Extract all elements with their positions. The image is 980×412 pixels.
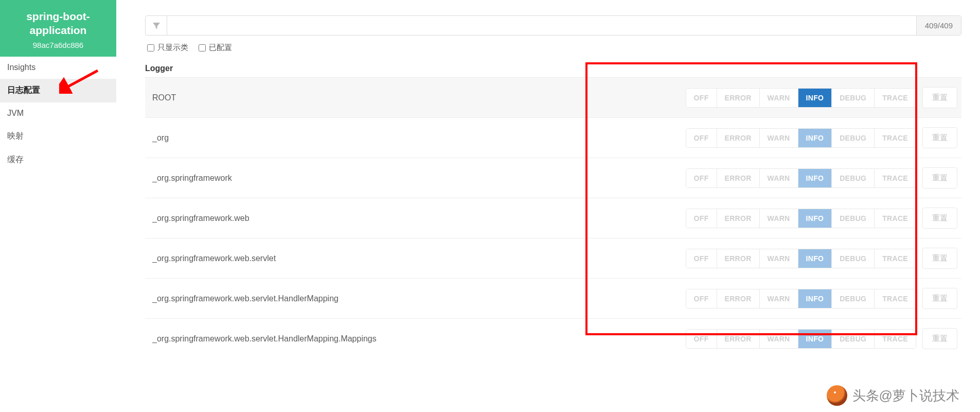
logger-name: _org.springframework.web [152, 214, 686, 223]
logger-name: _org.springframework [152, 174, 686, 183]
logger-controls: OFFERRORWARNINFODEBUGTRACE重置 [686, 127, 957, 148]
level-debug-button[interactable]: DEBUG [832, 89, 875, 107]
level-trace-button[interactable]: TRACE [875, 209, 916, 228]
configured-input[interactable] [199, 44, 206, 52]
logger-name: _org [152, 133, 686, 143]
logger-row: _org.springframework.webOFFERRORWARNINFO… [145, 198, 961, 238]
filter-bar: 409/409 [145, 15, 961, 36]
reset-button[interactable]: 重置 [922, 87, 957, 108]
logger-row: _org.springframework.web.servlet.Handler… [145, 318, 961, 358]
level-error-button[interactable]: ERROR [717, 330, 760, 348]
level-info-button[interactable]: INFO [798, 169, 832, 187]
level-off-button[interactable]: OFF [686, 169, 717, 187]
logger-controls: OFFERRORWARNINFODEBUGTRACE重置 [686, 87, 957, 108]
level-warn-button[interactable]: WARN [760, 169, 798, 187]
logger-controls: OFFERRORWARNINFODEBUGTRACE重置 [686, 248, 957, 269]
filter-icon [146, 16, 167, 35]
logger-row: ROOTOFFERRORWARNINFODEBUGTRACE重置 [145, 77, 961, 117]
level-trace-button[interactable]: TRACE [875, 249, 916, 268]
filter-count: 409/409 [916, 16, 961, 35]
logger-name: _org.springframework.web.servlet.Handler… [152, 334, 686, 344]
level-off-button[interactable]: OFF [686, 89, 717, 107]
level-info-button[interactable]: INFO [798, 249, 832, 268]
reset-button[interactable]: 重置 [922, 208, 957, 229]
reset-button[interactable]: 重置 [922, 248, 957, 269]
filter-input[interactable] [167, 16, 916, 35]
watermark: 头条@萝卜说技术 [827, 385, 959, 406]
level-buttons: OFFERRORWARNINFODEBUGTRACE [686, 168, 916, 188]
level-error-button[interactable]: ERROR [717, 209, 760, 228]
level-error-button[interactable]: ERROR [717, 249, 760, 268]
sidebar-item-4[interactable]: 缓存 [0, 148, 116, 172]
level-info-button[interactable]: INFO [798, 330, 832, 348]
level-trace-button[interactable]: TRACE [875, 330, 916, 348]
level-error-button[interactable]: ERROR [717, 169, 760, 187]
level-debug-button[interactable]: DEBUG [832, 209, 875, 228]
sidebar-nav: Insights日志配置JVM映射缓存 [0, 57, 116, 172]
level-off-button[interactable]: OFF [686, 289, 717, 308]
logger-row: _org.springframeworkOFFERRORWARNINFODEBU… [145, 158, 961, 198]
watermark-avatar-icon [827, 385, 847, 406]
level-error-button[interactable]: ERROR [717, 289, 760, 308]
level-off-button[interactable]: OFF [686, 209, 717, 228]
level-trace-button[interactable]: TRACE [875, 89, 916, 107]
logger-controls: OFFERRORWARNINFODEBUGTRACE重置 [686, 328, 957, 349]
level-info-button[interactable]: INFO [798, 209, 832, 228]
level-buttons: OFFERRORWARNINFODEBUGTRACE [686, 209, 916, 228]
level-info-button[interactable]: INFO [798, 89, 832, 107]
logger-row: _org.springframework.web.servletOFFERROR… [145, 238, 961, 278]
configured-checkbox[interactable]: 已配置 [199, 43, 232, 53]
only-classes-input[interactable] [147, 44, 154, 52]
logger-row: _orgOFFERRORWARNINFODEBUGTRACE重置 [145, 117, 961, 158]
level-buttons: OFFERRORWARNINFODEBUGTRACE [686, 128, 916, 148]
level-debug-button[interactable]: DEBUG [832, 169, 875, 187]
level-trace-button[interactable]: TRACE [875, 129, 916, 147]
app-header: spring-boot-application 98ac7a6dc886 [0, 0, 116, 57]
level-warn-button[interactable]: WARN [760, 89, 798, 107]
main-content: 409/409 只显示类 已配置 Logger ROOTOFFERRORWARN… [116, 0, 980, 412]
level-trace-button[interactable]: TRACE [875, 169, 916, 187]
sidebar-item-3[interactable]: 映射 [0, 125, 116, 148]
level-buttons: OFFERRORWARNINFODEBUGTRACE [686, 329, 916, 349]
level-warn-button[interactable]: WARN [760, 129, 798, 147]
only-classes-checkbox[interactable]: 只显示类 [147, 43, 188, 53]
level-debug-button[interactable]: DEBUG [832, 249, 875, 268]
configured-label: 已配置 [209, 43, 232, 53]
logger-table: ROOTOFFERRORWARNINFODEBUGTRACE重置_orgOFFE… [145, 77, 961, 358]
level-off-button[interactable]: OFF [686, 129, 717, 147]
logger-name: _org.springframework.web.servlet.Handler… [152, 294, 686, 303]
only-classes-label: 只显示类 [157, 43, 188, 53]
filter-options: 只显示类 已配置 [145, 43, 961, 53]
level-info-button[interactable]: INFO [798, 129, 832, 147]
logger-name: ROOT [152, 93, 686, 102]
logger-section-title: Logger [145, 64, 961, 73]
level-warn-button[interactable]: WARN [760, 289, 798, 308]
level-off-button[interactable]: OFF [686, 330, 717, 348]
sidebar-item-0[interactable]: Insights [0, 57, 116, 79]
level-warn-button[interactable]: WARN [760, 249, 798, 268]
reset-button[interactable]: 重置 [922, 167, 957, 188]
sidebar: spring-boot-application 98ac7a6dc886 Ins… [0, 0, 116, 412]
sidebar-item-1[interactable]: 日志配置 [0, 79, 116, 102]
app-title: spring-boot-application [5, 9, 111, 38]
reset-button[interactable]: 重置 [922, 328, 957, 349]
level-warn-button[interactable]: WARN [760, 330, 798, 348]
level-info-button[interactable]: INFO [798, 289, 832, 308]
reset-button[interactable]: 重置 [922, 127, 957, 148]
reset-button[interactable]: 重置 [922, 288, 957, 309]
level-off-button[interactable]: OFF [686, 249, 717, 268]
level-debug-button[interactable]: DEBUG [832, 330, 875, 348]
level-error-button[interactable]: ERROR [717, 89, 760, 107]
level-error-button[interactable]: ERROR [717, 129, 760, 147]
sidebar-item-2[interactable]: JVM [0, 102, 116, 125]
level-warn-button[interactable]: WARN [760, 209, 798, 228]
logger-row: _org.springframework.web.servlet.Handler… [145, 278, 961, 318]
level-trace-button[interactable]: TRACE [875, 289, 916, 308]
level-debug-button[interactable]: DEBUG [832, 129, 875, 147]
logger-name: _org.springframework.web.servlet [152, 254, 686, 263]
logger-controls: OFFERRORWARNINFODEBUGTRACE重置 [686, 167, 957, 188]
level-buttons: OFFERRORWARNINFODEBUGTRACE [686, 249, 916, 268]
level-buttons: OFFERRORWARNINFODEBUGTRACE [686, 88, 916, 108]
level-debug-button[interactable]: DEBUG [832, 289, 875, 308]
watermark-text: 头条@萝卜说技术 [852, 387, 959, 405]
